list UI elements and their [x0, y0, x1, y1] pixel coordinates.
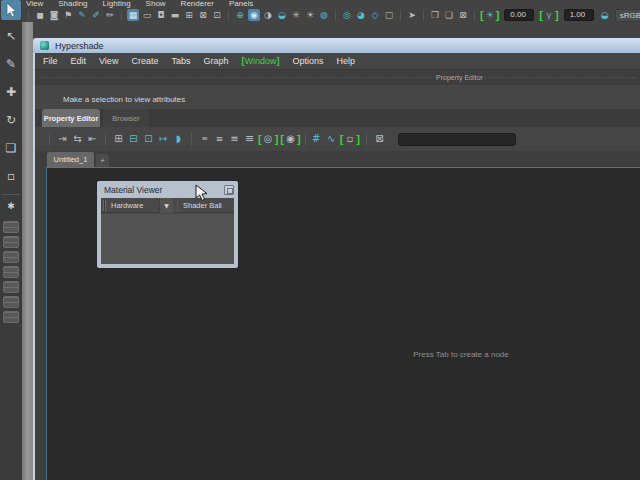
camera-icon[interactable]: ◼: [34, 9, 46, 21]
layout-two-pane-stacked-button[interactable]: [3, 266, 19, 278]
exposure-toggle[interactable]: ☀: [480, 9, 499, 21]
gamma-toggle[interactable]: γ: [539, 9, 558, 21]
safe-title-icon[interactable]: ⊡: [211, 9, 223, 21]
renderer-dropdown-button[interactable]: ▼: [159, 198, 173, 213]
film-gate-icon[interactable]: ▭: [141, 9, 153, 21]
connect-icon[interactable]: ∿: [325, 132, 338, 146]
pin-toggle[interactable]: ▫: [340, 132, 360, 146]
gamma-value-field[interactable]: 1.00: [564, 9, 594, 21]
image-plane-icon[interactable]: ✎: [76, 9, 88, 21]
shaded-icon[interactable]: ◉: [248, 9, 260, 21]
xray-icon[interactable]: ❐: [429, 9, 441, 21]
resolution-gate-icon[interactable]: ◘: [155, 9, 167, 21]
menu-show[interactable]: Show: [146, 0, 166, 8]
show-connections-icon[interactable]: ◗: [172, 132, 185, 146]
motion-blur-icon[interactable]: ◕: [355, 9, 367, 21]
rotate-tool-button[interactable]: ↻: [1, 110, 21, 130]
view-transform-dropdown[interactable]: sRGB gamma ▼: [615, 9, 640, 22]
property-editor-header[interactable]: Property Editor: [35, 71, 640, 85]
input-connections-icon[interactable]: ⇥: [56, 132, 69, 146]
menu-help[interactable]: Help: [336, 56, 355, 66]
drag-handle[interactable]: [40, 76, 433, 80]
hypershade-menubar: File Edit View Create Tabs Graph Window …: [35, 53, 640, 70]
swatch-size-xl-icon[interactable]: ≡: [243, 132, 256, 146]
layout-three-pane-button[interactable]: [3, 281, 19, 293]
layout-custom-button[interactable]: [3, 311, 19, 323]
xray-joints-icon[interactable]: ❏: [443, 9, 455, 21]
create-node-icon[interactable]: ⊠: [373, 132, 386, 146]
input-output-connections-icon[interactable]: ⇆: [71, 132, 84, 146]
wireframe-icon[interactable]: ⊕: [234, 9, 246, 21]
new-tab-button[interactable]: +: [96, 154, 109, 167]
isolate-select-icon[interactable]: ➤: [406, 9, 418, 21]
menu-file[interactable]: File: [43, 56, 58, 66]
material-viewer-titlebar[interactable]: Material Viewer: [97, 181, 238, 198]
layout-single-pane-button[interactable]: [3, 221, 19, 233]
tab-property-editor[interactable]: Property Editor: [42, 109, 100, 127]
view-transform-icon[interactable]: ◒: [599, 9, 611, 21]
xray-active-icon[interactable]: ⊠: [457, 9, 469, 21]
menu-graph[interactable]: Graph: [203, 56, 228, 66]
menu-create[interactable]: Create: [131, 56, 158, 66]
menu-options[interactable]: Options: [292, 56, 323, 66]
camera-select-icon[interactable]: ◙: [48, 9, 60, 21]
menu-view[interactable]: View: [99, 56, 118, 66]
layout-two-pane-side-button[interactable]: [3, 251, 19, 263]
renderer-dropdown[interactable]: Hardware: [111, 201, 144, 210]
menu-window[interactable]: Window: [241, 56, 279, 66]
menu-tabs[interactable]: Tabs: [171, 56, 190, 66]
grease-pencil-icon[interactable]: ✏: [104, 9, 116, 21]
menu-view[interactable]: View: [26, 0, 43, 8]
hypershade-titlebar[interactable]: Hypershade: [33, 38, 640, 53]
safe-action-icon[interactable]: ⊠: [197, 9, 209, 21]
search-toggle[interactable]: ◎: [258, 132, 278, 146]
multisample-icon[interactable]: ◇: [369, 9, 381, 21]
panel-divider[interactable]: [22, 22, 33, 480]
menu-panels[interactable]: Panels: [229, 0, 253, 8]
geometry-dropdown[interactable]: Shader Ball: [183, 201, 222, 210]
tab-browser[interactable]: Browser: [103, 109, 149, 127]
shadows-icon[interactable]: ◍: [318, 9, 330, 21]
tab-untitled-1[interactable]: Untitled_1: [47, 152, 94, 167]
bookmark-icon[interactable]: ⚑: [62, 9, 74, 21]
additive-graph-icon[interactable]: ⊡: [142, 132, 155, 146]
menu-edit[interactable]: Edit: [71, 56, 87, 66]
paint-select-tool-button[interactable]: ✎: [1, 54, 21, 74]
gate-mask-icon[interactable]: ▬: [169, 9, 181, 21]
material-viewer-toggle[interactable]: ◉: [280, 132, 300, 146]
occlusion-icon[interactable]: ◎: [341, 9, 353, 21]
swatch-size-medium-icon[interactable]: ≡: [213, 132, 226, 146]
scale-tool-button[interactable]: ❏: [1, 138, 21, 158]
menu-lighting[interactable]: Lighting: [103, 0, 131, 8]
dock-button[interactable]: [224, 185, 234, 195]
wireframe-on-shaded-icon[interactable]: ◑: [262, 9, 274, 21]
drag-handle[interactable]: [475, 76, 636, 80]
grid-icon[interactable]: ▦: [127, 9, 139, 21]
menu-renderer[interactable]: Renderer: [181, 0, 214, 8]
lasso-tool-button[interactable]: ↖: [1, 26, 21, 46]
default-lighting-icon[interactable]: ☀: [304, 9, 316, 21]
layout-four-pane-button[interactable]: [3, 236, 19, 248]
textured-icon[interactable]: ◒: [276, 9, 288, 21]
exposure-value-field[interactable]: 0.00: [504, 9, 534, 21]
pan-zoom-icon[interactable]: ✐: [90, 9, 102, 21]
rearrange-graph-icon[interactable]: ⊟: [127, 132, 140, 146]
move-tool-button[interactable]: ✚: [1, 82, 21, 102]
use-all-lights-icon[interactable]: ✳: [290, 9, 302, 21]
last-tool-button[interactable]: ▫: [1, 166, 21, 186]
layout-gear-button[interactable]: ✱: [1, 199, 21, 213]
layout-outliner-button[interactable]: [3, 296, 19, 308]
grid-snap-icon[interactable]: #: [310, 132, 323, 146]
swatch-size-large-icon[interactable]: ≡: [228, 132, 241, 146]
drag-handle[interactable]: [103, 200, 106, 211]
select-tool-button[interactable]: [1, 0, 21, 20]
field-chart-icon[interactable]: ⊞: [183, 9, 195, 21]
swatch-size-small-icon[interactable]: ≡: [198, 132, 211, 146]
remove-node-icon[interactable]: ↦: [157, 132, 170, 146]
depth-of-field-icon[interactable]: ▢: [383, 9, 395, 21]
search-input[interactable]: [398, 133, 516, 146]
material-preview-area[interactable]: [101, 214, 234, 264]
clear-graph-icon[interactable]: ⊞: [112, 132, 125, 146]
menu-shading[interactable]: Shading: [58, 0, 87, 8]
output-connections-icon[interactable]: ⇤: [86, 132, 99, 146]
